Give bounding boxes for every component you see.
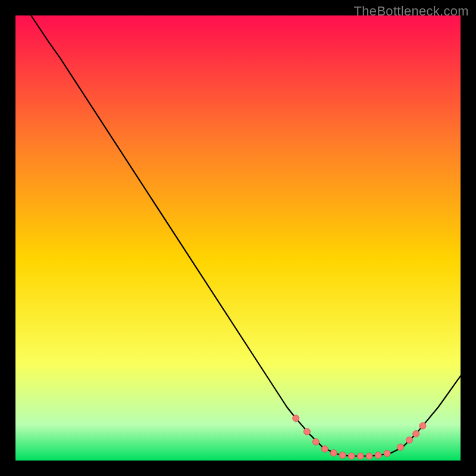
chart-svg bbox=[15, 15, 461, 461]
curve-marker bbox=[339, 452, 346, 459]
curve-marker bbox=[312, 439, 319, 445]
curve-marker bbox=[413, 431, 419, 437]
curve-marker bbox=[330, 450, 337, 456]
curve-marker bbox=[357, 453, 364, 459]
curve-marker bbox=[375, 452, 381, 459]
curve-marker bbox=[419, 422, 426, 429]
curve-marker bbox=[366, 453, 372, 459]
gradient-background bbox=[15, 15, 461, 461]
curve-marker bbox=[293, 415, 299, 421]
chart-frame: TheBottleneck.com bbox=[0, 0, 476, 476]
curve-marker bbox=[321, 446, 328, 452]
curve-marker bbox=[303, 428, 310, 435]
chart-plot-area bbox=[15, 15, 461, 461]
curve-marker bbox=[406, 437, 412, 443]
curve-marker bbox=[397, 444, 404, 450]
curve-marker bbox=[348, 453, 355, 459]
curve-marker bbox=[384, 450, 390, 457]
